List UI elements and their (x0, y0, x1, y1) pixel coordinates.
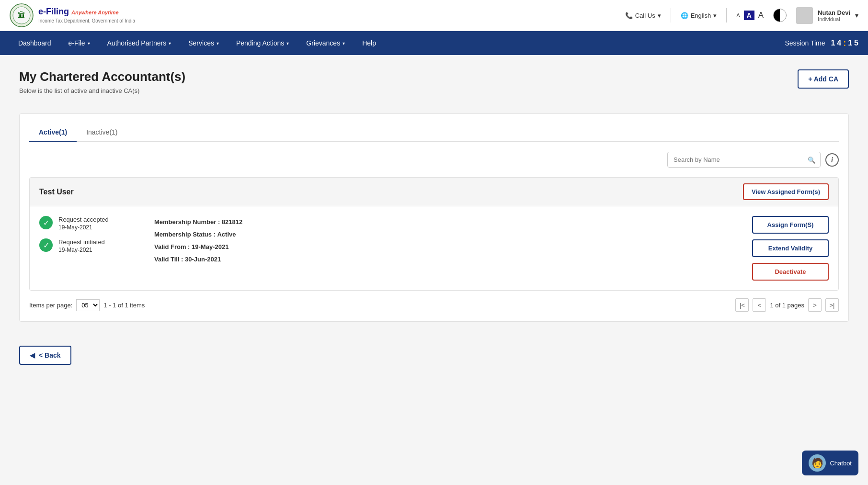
svg-text:🏛: 🏛 (18, 11, 25, 19)
search-row: 🔍 i (29, 152, 839, 168)
logo-text: e-Filing Anywhere Anytime Income Tax Dep… (38, 7, 135, 24)
first-page-button[interactable]: |< (735, 298, 749, 312)
font-small-button[interactable]: A (736, 12, 740, 18)
user-chevron-icon[interactable]: ▾ (855, 11, 858, 19)
extend-validity-button[interactable]: Extend Validity (752, 239, 829, 257)
nav-item-authorised-partners[interactable]: Authorised Partners ▾ (99, 31, 180, 55)
call-us-button[interactable]: 📞 Call Us ▾ (625, 12, 661, 19)
tab-active[interactable]: Active(1) (29, 124, 77, 142)
last-page-button[interactable]: >| (825, 298, 839, 312)
search-input-wrap: 🔍 (667, 152, 821, 168)
prev-page-button[interactable]: < (753, 298, 766, 312)
items-per-page: Items per page: 05 10 25 1 - 1 of 1 item… (29, 299, 145, 311)
user-name: Nutan Devi (818, 9, 850, 16)
check-icon-initiated: ✓ (39, 238, 53, 252)
logo-area: 🏛 e-Filing Anywhere Anytime Income Tax D… (10, 3, 135, 27)
nav-item-dashboard[interactable]: Dashboard (10, 31, 60, 55)
header-controls: 📞 Call Us ▾ 🌐 English ▾ A A A Nutan Devi… (625, 7, 858, 24)
page-title-area: My Chartered Accountant(s) Below is the … (19, 69, 185, 104)
view-assigned-forms-button[interactable]: View Assigned Form(s) (743, 183, 829, 200)
efile-chevron-icon: ▾ (88, 41, 90, 46)
lang-chevron-icon: ▾ (713, 12, 717, 19)
back-arrow-icon: ◀ (30, 351, 35, 359)
globe-icon: 🌐 (681, 12, 688, 19)
call-chevron-icon: ▾ (658, 12, 661, 19)
page-header-row: My Chartered Accountant(s) Below is the … (19, 69, 849, 104)
ca-header-row: Test User View Assigned Form(s) (30, 178, 838, 206)
nav-item-services[interactable]: Services ▾ (180, 31, 228, 55)
user-info-area: Nutan Devi Individual ▾ (796, 7, 858, 24)
ca-card: Active(1) Inactive(1) 🔍 i Test User View… (19, 113, 849, 322)
tab-inactive[interactable]: Inactive(1) (77, 124, 127, 142)
main-content: My Chartered Accountant(s) Below is the … (0, 55, 868, 336)
header-divider-2 (726, 8, 727, 23)
add-ca-button[interactable]: + Add CA (798, 69, 849, 89)
membership-number-row: Membership Number : 821812 (154, 216, 733, 228)
page-info: 1 of 1 pages (770, 302, 804, 309)
ca-actions: Assign Form(S) Extend Validity Deactivat… (752, 216, 829, 281)
pending-chevron-icon: ▾ (286, 41, 289, 46)
font-medium-button[interactable]: A (744, 11, 754, 20)
nav-item-help[interactable]: Help (354, 31, 385, 55)
timeline-initiated-text: Request initiated 19-May-2021 (58, 238, 105, 253)
contrast-button[interactable] (773, 9, 787, 22)
services-chevron-icon: ▾ (217, 41, 219, 46)
ca-body: ✓ Request accepted 19-May-2021 ✓ Request… (30, 206, 838, 290)
nav-item-grievances[interactable]: Grievances ▾ (297, 31, 354, 55)
ca-name: Test User (39, 188, 74, 196)
font-size-controls: A A A (736, 11, 764, 20)
partners-chevron-icon: ▾ (169, 41, 171, 46)
phone-icon: 📞 (625, 12, 633, 19)
timeline-item-accepted: ✓ Request accepted 19-May-2021 (39, 216, 135, 231)
user-role: Individual (818, 16, 850, 22)
header-divider-1 (671, 8, 671, 23)
membership-status-row: Membership Status : Active (154, 228, 733, 241)
search-input[interactable] (667, 152, 821, 168)
search-button[interactable]: 🔍 (808, 156, 816, 163)
main-nav: Dashboard e-File ▾ Authorised Partners ▾… (0, 31, 868, 55)
back-section: ◀ < Back (0, 336, 868, 374)
timeline-accepted-text: Request accepted 19-May-2021 (58, 216, 109, 231)
deactivate-button[interactable]: Deactivate (752, 263, 829, 281)
nav-item-pending-actions[interactable]: Pending Actions ▾ (228, 31, 297, 55)
valid-till-row: Valid Till : 30-Jun-2021 (154, 253, 733, 266)
page-header: 🏛 e-Filing Anywhere Anytime Income Tax D… (0, 0, 868, 31)
next-page-button[interactable]: > (808, 298, 822, 312)
page-title: My Chartered Accountant(s) (19, 69, 185, 84)
valid-from-row: Valid From : 19-May-2021 (154, 241, 733, 253)
language-selector[interactable]: 🌐 English ▾ (681, 12, 717, 19)
info-icon[interactable]: i (825, 153, 839, 167)
ca-timeline: ✓ Request accepted 19-May-2021 ✓ Request… (39, 216, 135, 253)
ca-details: Membership Number : 821812 Membership St… (154, 216, 733, 266)
back-button[interactable]: ◀ < Back (19, 346, 71, 365)
tabs-container: Active(1) Inactive(1) (29, 124, 839, 142)
nav-item-efile[interactable]: e-File ▾ (60, 31, 99, 55)
session-timer: Session Time 1 4 : 1 5 (785, 38, 858, 48)
pagination-row: Items per page: 05 10 25 1 - 1 of 1 item… (29, 291, 839, 312)
pagination-nav: |< < 1 of 1 pages > >| (735, 298, 839, 312)
font-large-button[interactable]: A (758, 11, 764, 20)
page-subtitle: Below is the list of active and inactive… (19, 87, 185, 94)
items-per-page-select[interactable]: 05 10 25 (76, 299, 100, 311)
search-icon: 🔍 (808, 156, 816, 163)
emblem-icon: 🏛 (10, 3, 34, 27)
ca-entry: Test User View Assigned Form(s) ✓ Reques… (29, 177, 839, 291)
timeline-item-initiated: ✓ Request initiated 19-May-2021 (39, 238, 135, 253)
check-icon-accepted: ✓ (39, 216, 53, 229)
grievances-chevron-icon: ▾ (343, 41, 345, 46)
user-avatar (796, 7, 813, 24)
assign-form-button[interactable]: Assign Form(S) (752, 216, 829, 234)
user-details: Nutan Devi Individual (818, 9, 850, 22)
